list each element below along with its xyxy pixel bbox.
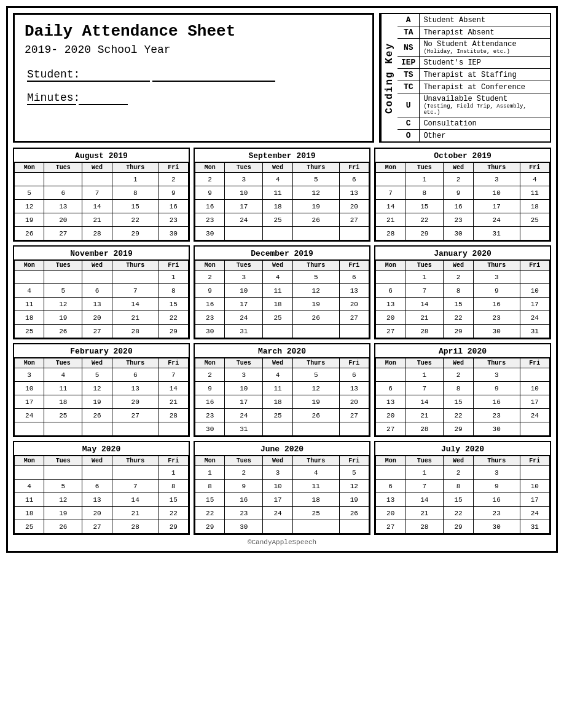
calendar-day-cell: 30 (225, 520, 263, 534)
calendar-day-cell: 6 (82, 480, 112, 493)
calendar-day-cell: 14 (112, 493, 159, 507)
calendar-day-cell: 26 (292, 311, 339, 325)
calendar-day-cell: 1 (405, 271, 444, 284)
calendar-day-cell: 12 (339, 480, 369, 493)
calendar-day-cell: 2 (444, 271, 473, 284)
calendar-box: October 2019MonTuesWedThursFri1234789101… (374, 148, 551, 242)
calendar-day-cell: 18 (263, 200, 292, 213)
calendar-day-cell: 15 (444, 395, 473, 409)
calendar-table: MonTuesWedThursFri1236789101314151617202… (375, 456, 550, 534)
calendar-day-cell: 17 (520, 298, 549, 311)
calendar-day-cell: 26 (339, 507, 369, 520)
calendar-day-header: Wed (82, 358, 112, 368)
calendar-day-cell: 4 (263, 173, 292, 186)
calendar-day-cell: 24 (473, 213, 520, 227)
calendar-day-cell (376, 368, 405, 382)
calendar-day-cell: 23 (225, 507, 263, 520)
calendar-box: July 2020MonTuesWedThursFri1236789101314… (374, 441, 551, 535)
calendar-day-cell: 3 (473, 173, 520, 186)
footer: ©CandyAppleSpeech (13, 539, 551, 546)
calendar-day-cell: 28 (159, 409, 188, 422)
coding-key-code: O (398, 130, 420, 142)
calendar-day-cell: 24 (520, 507, 549, 520)
coding-key-description: Therapist at Conference (420, 81, 550, 93)
calendar-day-cell (112, 466, 159, 480)
calendar-day-header: Mon (376, 358, 405, 368)
calendar-day-header: Wed (263, 261, 292, 271)
calendar-day-cell: 21 (405, 311, 444, 325)
calendar-box: December 2019MonTuesWedThursFri234569101… (194, 245, 370, 339)
calendar-day-cell: 1 (405, 466, 444, 480)
coding-key-code: U (398, 93, 420, 117)
calendar-day-cell: 12 (292, 284, 339, 298)
calendar-day-cell: 10 (225, 382, 263, 395)
calendar-day-cell: 16 (473, 395, 520, 409)
calendar-table: MonTuesWedThursFri1236789101314151617202… (375, 358, 550, 436)
calendar-day-cell: 3 (263, 466, 292, 480)
calendar-day-cell (292, 520, 339, 534)
calendar-day-cell (520, 466, 549, 480)
calendar-day-cell: 10 (473, 186, 520, 200)
calendar-day-cell (15, 173, 44, 186)
calendar-day-cell: 8 (159, 284, 188, 298)
calendar-day-cell: 15 (195, 493, 225, 507)
calendar-day-header: Mon (376, 456, 405, 466)
calendar-day-header: Tues (225, 358, 263, 368)
calendar-day-cell: 9 (159, 186, 188, 200)
calendar-box: September 2019MonTuesWedThursFri23456910… (194, 148, 370, 242)
calendar-day-cell: 9 (444, 186, 473, 200)
calendar-day-cell: 17 (225, 200, 263, 213)
calendar-day-cell: 16 (473, 298, 520, 311)
calendar-day-cell: 10 (520, 382, 549, 395)
calendar-day-cell: 27 (339, 311, 369, 325)
calendar-day-cell: 15 (159, 298, 188, 311)
calendar-table: MonTuesWedThursFri1456781112131415181920… (14, 260, 189, 338)
top-section: Daily Attendance Sheet 2019- 2020 School… (13, 13, 551, 143)
calendar-day-cell: 10 (225, 284, 263, 298)
calendar-day-cell: 22 (444, 409, 473, 422)
calendar-month: September 2019 (195, 149, 369, 162)
calendar-day-cell: 18 (520, 200, 549, 213)
calendar-day-cell: 7 (112, 480, 159, 493)
calendar-day-cell: 4 (520, 173, 549, 186)
calendar-day-cell: 30 (159, 227, 188, 240)
calendar-day-cell: 8 (195, 480, 225, 493)
calendar-day-header: Mon (195, 163, 225, 173)
coding-key-code: A (398, 14, 420, 26)
calendar-day-cell: 4 (44, 368, 82, 382)
calendar-day-cell: 8 (159, 480, 188, 493)
calendar-day-cell: 8 (405, 186, 444, 200)
calendar-day-header: Wed (82, 456, 112, 466)
calendar-day-cell: 25 (263, 213, 292, 227)
calendar-day-cell: 3 (473, 368, 520, 382)
calendar-day-cell: 17 (520, 493, 549, 507)
calendar-day-cell: 9 (473, 480, 520, 493)
calendar-day-cell: 13 (339, 382, 369, 395)
calendar-day-cell: 23 (195, 311, 225, 325)
calendar-day-cell: 5 (44, 284, 82, 298)
calendar-day-cell: 27 (112, 409, 159, 422)
calendar-day-cell: 2 (225, 466, 263, 480)
calendar-day-cell: 15 (159, 493, 188, 507)
calendar-day-cell: 22 (159, 311, 188, 325)
calendar-day-cell (339, 422, 369, 436)
calendar-day-cell: 22 (195, 507, 225, 520)
calendar-day-cell: 15 (405, 200, 444, 213)
calendar-day-cell: 3 (473, 466, 520, 480)
calendar-day-cell: 22 (112, 213, 159, 227)
calendar-day-cell: 8 (444, 480, 473, 493)
calendar-day-cell: 9 (225, 480, 263, 493)
calendar-day-cell: 27 (376, 520, 405, 534)
calendar-day-cell: 24 (520, 409, 549, 422)
coding-key-description: Consultation (420, 117, 550, 130)
calendar-day-cell (44, 422, 82, 436)
calendar-day-cell: 29 (444, 520, 473, 534)
calendar-day-header: Tues (44, 358, 82, 368)
calendar-day-cell: 24 (15, 409, 44, 422)
calendar-day-cell: 6 (339, 173, 369, 186)
calendar-day-cell: 25 (15, 520, 44, 534)
calendar-box: May 2020MonTuesWedThursFri14567811121314… (13, 441, 190, 535)
calendar-day-cell: 26 (292, 213, 339, 227)
calendar-day-cell: 29 (195, 520, 225, 534)
calendar-day-cell: 2 (195, 368, 225, 382)
